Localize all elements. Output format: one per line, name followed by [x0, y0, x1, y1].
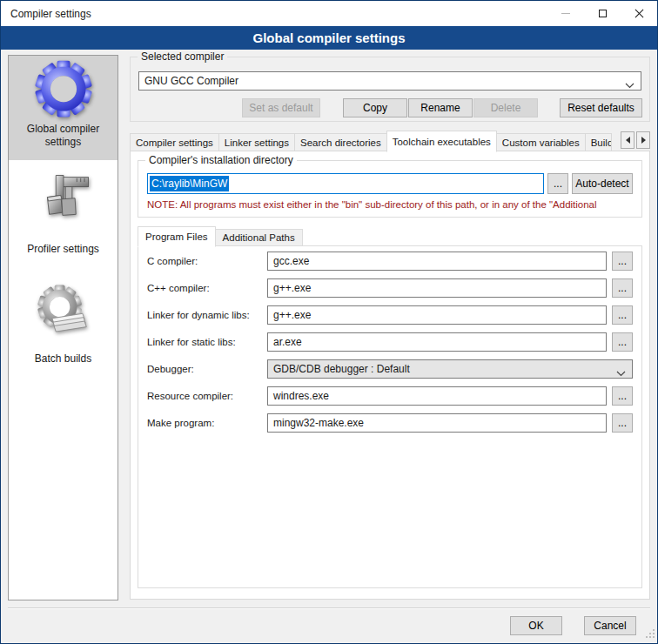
debugger-select[interactable]: GDB/CDB debugger : Default — [267, 359, 633, 379]
chevron-down-icon — [625, 79, 634, 91]
form-row-dynamic-linker: Linker for dynamic libs: g++.exe ... — [147, 305, 633, 325]
form-row-resource-compiler: Resource compiler: windres.exe ... — [147, 386, 633, 406]
browse-make-program-button[interactable]: ... — [612, 413, 633, 433]
minimize-button[interactable] — [547, 1, 584, 26]
sidebar-item-batch-builds[interactable]: Batch builds — [9, 256, 118, 366]
auto-detect-button[interactable]: Auto-detect — [572, 173, 633, 194]
browse-c-compiler-button[interactable]: ... — [612, 252, 633, 271]
ok-button[interactable]: OK — [510, 616, 562, 635]
tab-compiler-settings[interactable]: Compiler settings — [130, 133, 219, 151]
page-title: Global compiler settings — [1, 26, 657, 50]
make-program-input[interactable]: mingw32-make.exe — [267, 413, 607, 433]
field-label: Resource compiler: — [147, 391, 267, 401]
main-tab-strip: Compiler settings Linker settings Search… — [130, 129, 650, 151]
program-files-panel: C compiler: gcc.exe ... C++ compiler: g+… — [138, 245, 642, 588]
form-row-make-program: Make program: mingw32-make.exe ... — [147, 413, 633, 433]
field-label: C++ compiler: — [147, 283, 267, 293]
tab-additional-paths[interactable]: Additional Paths — [215, 229, 303, 246]
form-row-debugger: Debugger: GDB/CDB debugger : Default — [147, 359, 633, 379]
set-as-default-button[interactable]: Set as default — [242, 98, 320, 117]
toolchain-executables-page: Compiler's installation directory C:\ray… — [130, 151, 650, 600]
field-label: Linker for dynamic libs: — [147, 310, 267, 320]
close-button[interactable] — [621, 1, 657, 26]
browse-cpp-compiler-button[interactable]: ... — [612, 278, 633, 298]
chevron-down-icon — [616, 367, 626, 379]
tab-build-options[interactable]: Build options — [585, 133, 612, 151]
copy-button[interactable]: Copy — [343, 98, 407, 117]
form-row-static-linker: Linker for static libs: ar.exe ... — [147, 332, 633, 352]
tab-program-files[interactable]: Program Files — [138, 226, 216, 247]
c-compiler-input[interactable]: gcc.exe — [267, 252, 607, 271]
rename-button[interactable]: Rename — [408, 98, 473, 117]
field-label: Debugger: — [147, 364, 267, 374]
browse-dynamic-linker-button[interactable]: ... — [612, 305, 633, 325]
group-label: Compiler's installation directory — [145, 154, 297, 166]
field-label: C compiler: — [147, 256, 267, 266]
resize-grip[interactable] — [645, 628, 655, 641]
field-label: Make program: — [147, 418, 267, 428]
cancel-button[interactable]: Cancel — [584, 616, 636, 635]
sidebar-item-global-compiler-settings[interactable]: Global compiler settings — [9, 56, 118, 160]
title-bar: Compiler settings — [1, 1, 657, 26]
minimize-icon — [561, 13, 570, 14]
arrow-left-icon — [626, 137, 630, 144]
selected-compiler-group: Selected compiler GNU GCC Compiler Set a… — [130, 57, 650, 122]
caliper-icon — [33, 171, 94, 234]
cpp-compiler-input[interactable]: g++.exe — [267, 278, 607, 298]
tab-toolchain-executables[interactable]: Toolchain executables — [386, 131, 497, 152]
resource-compiler-input[interactable]: windres.exe — [267, 386, 607, 406]
arrow-right-icon — [641, 137, 646, 144]
group-label: Selected compiler — [138, 50, 227, 63]
installation-directory-input[interactable]: C:\raylib\MinGW — [147, 173, 544, 194]
executables-tab-strip: Program Files Additional Paths — [138, 225, 303, 246]
compiler-select-value: GNU GCC Compiler — [144, 75, 238, 87]
sidebar-item-label: Batch builds — [31, 352, 95, 366]
window-title: Compiler settings — [1, 8, 91, 20]
form-row-c-compiler: C compiler: gcc.exe ... — [147, 252, 633, 271]
footer-divider — [8, 607, 650, 609]
sidebar-item-label: Profiler settings — [24, 243, 103, 256]
dynamic-linker-input[interactable]: g++.exe — [267, 305, 607, 325]
installation-directory-group: Compiler's installation directory C:\ray… — [138, 160, 642, 218]
maximize-icon — [599, 10, 607, 17]
browse-directory-button[interactable]: ... — [547, 173, 568, 194]
form-row-cpp-compiler: C++ compiler: g++.exe ... — [147, 278, 633, 298]
note-text: NOTE: All programs must exist either in … — [147, 199, 639, 210]
close-icon — [634, 9, 644, 18]
delete-button[interactable]: Delete — [473, 98, 538, 117]
tab-custom-variables[interactable]: Custom variables — [496, 133, 586, 151]
tab-scroll-left-button[interactable] — [621, 131, 634, 149]
tab-scroll-right-button[interactable] — [636, 131, 650, 149]
blue-gear-icon — [31, 56, 96, 123]
static-linker-input[interactable]: ar.exe — [267, 332, 607, 352]
browse-static-linker-button[interactable]: ... — [612, 332, 633, 352]
sidebar-item-profiler-settings[interactable]: Profiler settings — [9, 160, 118, 256]
settings-sidebar: Global compiler settings — [8, 55, 118, 600]
sidebar-item-label: Global compiler settings — [9, 123, 118, 149]
tab-search-directories[interactable]: Search directories — [294, 133, 387, 151]
compiler-select[interactable]: GNU GCC Compiler — [138, 71, 641, 91]
debugger-select-value: GDB/CDB debugger : Default — [273, 363, 410, 375]
compiler-settings-dialog: Compiler settings Global compiler settin… — [0, 0, 658, 644]
reset-defaults-button[interactable]: Reset defaults — [560, 98, 642, 117]
tab-linker-settings[interactable]: Linker settings — [218, 133, 295, 151]
field-label: Linker for static libs: — [147, 337, 267, 347]
maximize-button[interactable] — [584, 1, 621, 26]
gray-gear-stack-icon — [33, 280, 94, 344]
selected-text: C:\raylib\MinGW — [150, 176, 229, 191]
browse-resource-compiler-button[interactable]: ... — [612, 386, 633, 406]
